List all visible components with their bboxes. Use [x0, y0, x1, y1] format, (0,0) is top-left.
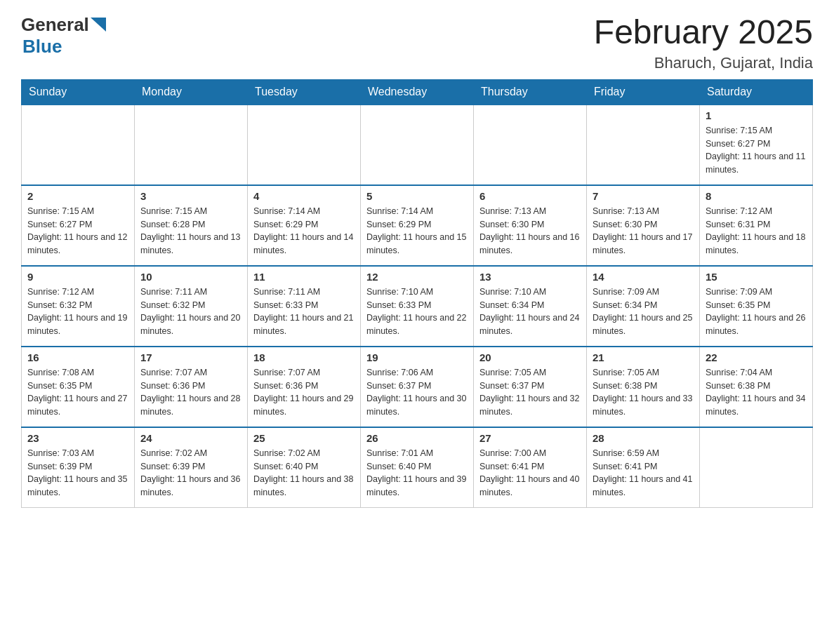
day-cell: 10Sunrise: 7:11 AM Sunset: 6:32 PM Dayli… — [135, 266, 248, 347]
day-cell: 20Sunrise: 7:05 AM Sunset: 6:37 PM Dayli… — [474, 347, 587, 427]
day-info: Sunrise: 7:11 AM Sunset: 6:32 PM Dayligh… — [140, 286, 241, 338]
day-cell: 5Sunrise: 7:14 AM Sunset: 6:29 PM Daylig… — [361, 185, 474, 266]
day-cell: 1Sunrise: 7:15 AM Sunset: 6:27 PM Daylig… — [700, 105, 813, 185]
calendar-header-row: Sunday Monday Tuesday Wednesday Thursday… — [22, 79, 813, 105]
logo-general-text: General — [21, 14, 89, 36]
day-info: Sunrise: 7:15 AM Sunset: 6:27 PM Dayligh… — [706, 124, 807, 177]
day-number: 18 — [253, 351, 355, 363]
col-sunday: Sunday — [22, 79, 135, 105]
day-cell: 7Sunrise: 7:13 AM Sunset: 6:30 PM Daylig… — [587, 185, 700, 266]
day-number: 2 — [27, 190, 128, 202]
day-cell: 13Sunrise: 7:10 AM Sunset: 6:34 PM Dayli… — [474, 266, 587, 347]
day-number: 11 — [253, 271, 355, 283]
day-cell: 11Sunrise: 7:11 AM Sunset: 6:33 PM Dayli… — [248, 266, 361, 347]
col-thursday: Thursday — [474, 79, 587, 105]
day-info: Sunrise: 7:15 AM Sunset: 6:28 PM Dayligh… — [140, 205, 241, 257]
week-row-3: 9Sunrise: 7:12 AM Sunset: 6:32 PM Daylig… — [22, 266, 813, 347]
day-cell: 27Sunrise: 7:00 AM Sunset: 6:41 PM Dayli… — [474, 427, 587, 508]
day-info: Sunrise: 7:05 AM Sunset: 6:37 PM Dayligh… — [479, 366, 581, 419]
day-cell: 25Sunrise: 7:02 AM Sunset: 6:40 PM Dayli… — [248, 427, 361, 508]
col-friday: Friday — [587, 79, 700, 105]
day-cell: 24Sunrise: 7:02 AM Sunset: 6:39 PM Dayli… — [135, 427, 248, 508]
day-cell: 9Sunrise: 7:12 AM Sunset: 6:32 PM Daylig… — [22, 266, 135, 347]
day-info: Sunrise: 7:09 AM Sunset: 6:34 PM Dayligh… — [593, 286, 694, 338]
day-info: Sunrise: 7:03 AM Sunset: 6:39 PM Dayligh… — [27, 447, 128, 499]
logo-arrow-icon — [91, 18, 106, 32]
day-info: Sunrise: 7:10 AM Sunset: 6:33 PM Dayligh… — [366, 286, 468, 338]
day-cell — [248, 105, 361, 185]
day-number: 23 — [27, 432, 128, 444]
day-number: 5 — [366, 190, 468, 202]
month-year-title: February 2025 — [594, 14, 813, 51]
day-info: Sunrise: 7:00 AM Sunset: 6:41 PM Dayligh… — [479, 447, 581, 499]
day-info: Sunrise: 7:01 AM Sunset: 6:40 PM Dayligh… — [366, 447, 468, 499]
day-info: Sunrise: 7:12 AM Sunset: 6:32 PM Dayligh… — [27, 286, 128, 338]
day-number: 3 — [140, 190, 241, 202]
day-info: Sunrise: 7:12 AM Sunset: 6:31 PM Dayligh… — [706, 205, 807, 257]
day-number: 6 — [479, 190, 581, 202]
day-info: Sunrise: 7:14 AM Sunset: 6:29 PM Dayligh… — [366, 205, 468, 257]
day-cell — [361, 105, 474, 185]
day-cell: 6Sunrise: 7:13 AM Sunset: 6:30 PM Daylig… — [474, 185, 587, 266]
day-number: 26 — [366, 432, 468, 444]
day-number: 22 — [706, 351, 807, 363]
day-cell — [135, 105, 248, 185]
day-cell: 4Sunrise: 7:14 AM Sunset: 6:29 PM Daylig… — [248, 185, 361, 266]
day-info: Sunrise: 7:05 AM Sunset: 6:38 PM Dayligh… — [593, 366, 694, 419]
day-info: Sunrise: 7:11 AM Sunset: 6:33 PM Dayligh… — [253, 286, 355, 338]
day-cell — [474, 105, 587, 185]
day-cell: 14Sunrise: 7:09 AM Sunset: 6:34 PM Dayli… — [587, 266, 700, 347]
day-cell: 18Sunrise: 7:07 AM Sunset: 6:36 PM Dayli… — [248, 347, 361, 427]
day-info: Sunrise: 7:08 AM Sunset: 6:35 PM Dayligh… — [27, 366, 128, 419]
day-cell: 21Sunrise: 7:05 AM Sunset: 6:38 PM Dayli… — [587, 347, 700, 427]
day-info: Sunrise: 7:02 AM Sunset: 6:40 PM Dayligh… — [253, 447, 355, 499]
day-cell: 22Sunrise: 7:04 AM Sunset: 6:38 PM Dayli… — [700, 347, 813, 427]
day-cell: 12Sunrise: 7:10 AM Sunset: 6:33 PM Dayli… — [361, 266, 474, 347]
svg-marker-0 — [91, 18, 106, 32]
day-number: 14 — [593, 271, 694, 283]
day-cell: 23Sunrise: 7:03 AM Sunset: 6:39 PM Dayli… — [22, 427, 135, 508]
day-info: Sunrise: 7:13 AM Sunset: 6:30 PM Dayligh… — [479, 205, 581, 257]
day-cell: 28Sunrise: 6:59 AM Sunset: 6:41 PM Dayli… — [587, 427, 700, 508]
day-cell: 3Sunrise: 7:15 AM Sunset: 6:28 PM Daylig… — [135, 185, 248, 266]
day-info: Sunrise: 7:07 AM Sunset: 6:36 PM Dayligh… — [140, 366, 241, 419]
day-info: Sunrise: 7:14 AM Sunset: 6:29 PM Dayligh… — [253, 205, 355, 257]
day-number: 8 — [706, 190, 807, 202]
day-number: 19 — [366, 351, 468, 363]
day-info: Sunrise: 7:04 AM Sunset: 6:38 PM Dayligh… — [706, 366, 807, 419]
day-info: Sunrise: 6:59 AM Sunset: 6:41 PM Dayligh… — [593, 447, 694, 499]
page-header: General Blue February 2025 Bharuch, Guja… — [21, 14, 813, 72]
day-cell: 17Sunrise: 7:07 AM Sunset: 6:36 PM Dayli… — [135, 347, 248, 427]
week-row-1: 1Sunrise: 7:15 AM Sunset: 6:27 PM Daylig… — [22, 105, 813, 185]
day-number: 1 — [706, 109, 807, 121]
title-area: February 2025 Bharuch, Gujarat, India — [594, 14, 813, 72]
day-number: 10 — [140, 271, 241, 283]
week-row-5: 23Sunrise: 7:03 AM Sunset: 6:39 PM Dayli… — [22, 427, 813, 508]
col-monday: Monday — [135, 79, 248, 105]
day-cell: 16Sunrise: 7:08 AM Sunset: 6:35 PM Dayli… — [22, 347, 135, 427]
day-info: Sunrise: 7:09 AM Sunset: 6:35 PM Dayligh… — [706, 286, 807, 338]
location-subtitle: Bharuch, Gujarat, India — [594, 54, 813, 72]
col-tuesday: Tuesday — [248, 79, 361, 105]
day-number: 27 — [479, 432, 581, 444]
day-number: 7 — [593, 190, 694, 202]
day-info: Sunrise: 7:15 AM Sunset: 6:27 PM Dayligh… — [27, 205, 128, 257]
calendar-table: Sunday Monday Tuesday Wednesday Thursday… — [21, 79, 813, 509]
day-info: Sunrise: 7:13 AM Sunset: 6:30 PM Dayligh… — [593, 205, 694, 257]
day-number: 15 — [706, 271, 807, 283]
day-info: Sunrise: 7:10 AM Sunset: 6:34 PM Dayligh… — [479, 286, 581, 338]
day-cell: 8Sunrise: 7:12 AM Sunset: 6:31 PM Daylig… — [700, 185, 813, 266]
week-row-4: 16Sunrise: 7:08 AM Sunset: 6:35 PM Dayli… — [22, 347, 813, 427]
day-number: 25 — [253, 432, 355, 444]
day-info: Sunrise: 7:07 AM Sunset: 6:36 PM Dayligh… — [253, 366, 355, 419]
day-number: 9 — [27, 271, 128, 283]
day-number: 21 — [593, 351, 694, 363]
logo: General Blue — [21, 14, 106, 58]
col-saturday: Saturday — [700, 79, 813, 105]
day-cell: 15Sunrise: 7:09 AM Sunset: 6:35 PM Dayli… — [700, 266, 813, 347]
day-number: 12 — [366, 271, 468, 283]
day-cell — [587, 105, 700, 185]
week-row-2: 2Sunrise: 7:15 AM Sunset: 6:27 PM Daylig… — [22, 185, 813, 266]
day-info: Sunrise: 7:02 AM Sunset: 6:39 PM Dayligh… — [140, 447, 241, 499]
day-cell — [22, 105, 135, 185]
